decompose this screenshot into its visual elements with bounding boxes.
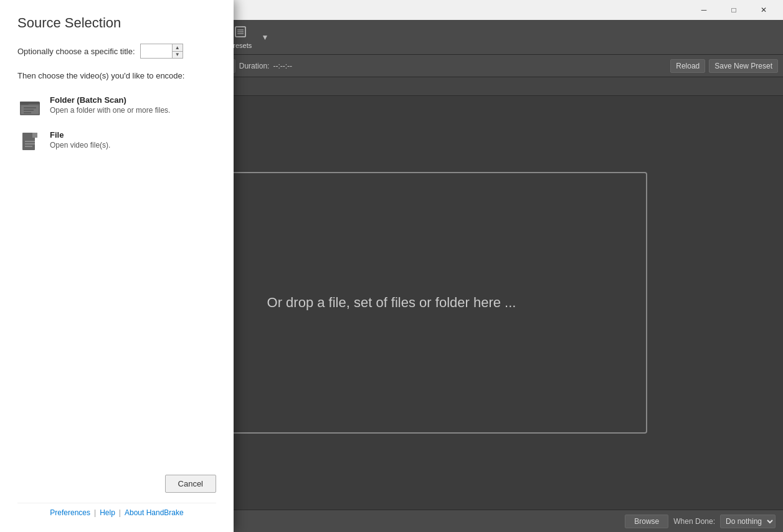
maximize-button[interactable]: □ [719,0,748,20]
spinner-buttons: ▲ ▼ [173,44,183,59]
spinner-down-button[interactable]: ▼ [173,52,183,59]
folder-text: Folder (Batch Scan) Open a folder with o… [50,95,170,115]
spacer [17,160,216,475]
title-chooser-label: Optionally choose a specific title: [17,47,135,56]
spinner-up-button[interactable]: ▲ [173,44,183,51]
presets-icon [234,25,247,40]
browse-button[interactable]: Browse [625,515,668,528]
cancel-btn-wrap: Cancel [17,475,216,493]
separator-1: | [94,508,96,517]
cancel-button[interactable]: Cancel [165,475,216,493]
help-link[interactable]: Help [100,508,115,517]
folder-name: Folder (Batch Scan) [50,95,170,105]
duration-value: --:--:-- [273,62,292,70]
overlay-footer: Preferences | Help | About HandBrake [17,503,216,517]
file-option[interactable]: File Open video file(s). [17,125,216,160]
separator-2: | [119,508,121,517]
encode-label: Then choose the video(s) you'd like to e… [17,71,216,80]
reload-button[interactable]: Reload [670,59,705,73]
file-name: File [50,130,110,140]
window-controls: ─ □ ✕ [690,0,778,20]
file-text: File Open video file(s). [50,130,110,150]
svg-rect-25 [32,133,37,138]
save-preset-button[interactable]: Save New Preset [709,59,778,73]
folder-desc: Open a folder with one or more files. [50,106,170,115]
folder-icon [17,95,42,120]
preferences-link[interactable]: Preferences [50,508,90,517]
drop-zone-text: Or drop a file, set of files or folder h… [267,295,516,311]
about-link[interactable]: About HandBrake [125,508,184,517]
folder-option[interactable]: Folder (Batch Scan) Open a folder with o… [17,90,216,125]
source-selection-panel: Source Selection Optionally choose a spe… [0,0,234,532]
title-chooser-row: Optionally choose a specific title: ▲ ▼ [17,44,216,59]
minimize-button[interactable]: ─ [690,0,718,20]
panel-title: Source Selection [17,15,216,31]
file-desc: Open video file(s). [50,141,110,150]
svg-rect-19 [20,102,29,105]
when-done-label: When Done: [673,517,715,526]
title-input[interactable] [140,44,173,59]
file-icon [17,130,42,155]
duration-label: Duration: [239,62,270,70]
presets-chevron: ▼ [262,33,269,42]
title-spinner: ▲ ▼ [140,44,183,59]
when-done-select[interactable]: Do nothing [720,515,776,528]
close-button[interactable]: ✕ [749,0,778,20]
